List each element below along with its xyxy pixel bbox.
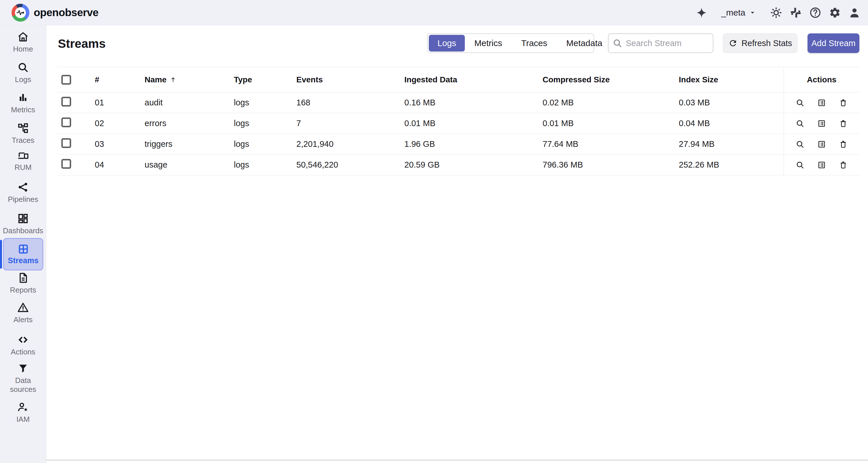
row-checkbox[interactable] <box>61 138 71 148</box>
sidebar-item-label: Dashboards <box>3 226 43 235</box>
sidebar-item-rum[interactable]: RUM <box>0 149 46 172</box>
sidebar-item-actions[interactable]: Actions <box>0 334 46 357</box>
stream-name: usage <box>145 160 234 169</box>
sidebar-item-alerts[interactable]: Alerts <box>0 302 46 324</box>
active-item-indicator <box>0 240 2 269</box>
settings-icon[interactable] <box>829 7 841 19</box>
delete-stream-icon[interactable] <box>839 161 847 169</box>
tab-traces[interactable]: Traces <box>512 35 557 52</box>
tab-metrics[interactable]: Metrics <box>465 35 512 52</box>
manage-accounts-icon <box>17 401 29 413</box>
warning-icon <box>17 302 29 313</box>
search-icon <box>613 38 622 48</box>
search-icon <box>17 62 29 73</box>
sidebar-item-label: Metrics <box>11 105 35 114</box>
filter-icon <box>17 363 29 374</box>
account-tree-icon <box>17 122 29 134</box>
sidebar-item-reports[interactable]: Reports <box>0 272 46 295</box>
explore-stream-icon[interactable] <box>796 98 804 107</box>
sidebar-item-label: Alerts <box>13 315 33 324</box>
delete-stream-icon[interactable] <box>839 119 847 128</box>
col-header-compressed[interactable]: Compressed Size <box>542 75 679 84</box>
light-mode-icon[interactable] <box>770 7 782 19</box>
col-header-ingested[interactable]: Ingested Data <box>404 75 542 84</box>
sidebar-item-metrics[interactable]: Metrics <box>0 92 46 114</box>
row-checkbox[interactable] <box>61 159 71 169</box>
sidebar-item-label: Streams <box>8 256 39 265</box>
tab-metadata[interactable]: Metadata <box>557 35 612 52</box>
bar-chart-icon <box>17 92 29 103</box>
col-header-name[interactable]: Name <box>145 75 234 84</box>
sidebar-item-dashboards[interactable]: Dashboards <box>0 213 46 235</box>
delete-stream-icon[interactable] <box>839 98 847 107</box>
profile-icon[interactable] <box>848 7 861 19</box>
organization-selector[interactable]: _meta <box>721 8 756 18</box>
sidebar-item-traces[interactable]: Traces <box>0 122 46 145</box>
stream-events: 2,201,940 <box>296 140 404 149</box>
sidebar-item-label: Pipelines <box>8 195 38 204</box>
sidebar: Home Logs Metrics Traces RUM <box>0 25 46 463</box>
stream-ingested: 0.16 MB <box>404 98 542 107</box>
streams-table: # Name Type Events Ingested Data Compres… <box>58 67 860 175</box>
stream-schema-icon[interactable] <box>817 140 826 149</box>
stream-type: logs <box>234 119 296 128</box>
stream-index-size: 0.04 MB <box>679 119 784 128</box>
col-header-type[interactable]: Type <box>234 75 296 84</box>
stream-schema-icon[interactable] <box>817 161 826 169</box>
explore-stream-icon[interactable] <box>796 119 804 128</box>
stream-name: triggers <box>145 140 234 149</box>
sidebar-item-iam[interactable]: IAM <box>0 401 46 424</box>
code-icon <box>17 334 29 345</box>
share-icon <box>17 181 29 193</box>
table-header-row: # Name Type Events Ingested Data Compres… <box>58 67 860 92</box>
stream-ingested: 1.96 GB <box>404 140 542 149</box>
explore-stream-icon[interactable] <box>796 161 804 169</box>
stream-schema-icon[interactable] <box>817 98 826 107</box>
search-stream-input[interactable] <box>626 38 709 48</box>
row-checkbox[interactable] <box>61 118 71 127</box>
ai-sparkle-icon[interactable] <box>695 7 708 19</box>
refresh-icon <box>728 38 738 48</box>
sidebar-item-pipelines[interactable]: Pipelines <box>0 181 46 204</box>
page-title: Streams <box>58 37 106 51</box>
app-window: openobserve _meta <box>0 0 868 463</box>
sort-asc-icon <box>169 76 177 84</box>
stream-schema-icon[interactable] <box>817 119 826 128</box>
add-stream-button[interactable]: Add Stream <box>808 33 859 53</box>
table-row: 02 errors logs 7 0.01 MB 0.01 MB 0.04 MB <box>58 113 860 134</box>
stream-index-size: 252.26 MB <box>679 160 784 169</box>
table-row: 04 usage logs 50,546,220 20.59 GB 796.36… <box>58 155 860 175</box>
tab-logs[interactable]: Logs <box>429 35 465 52</box>
col-header-num[interactable]: # <box>95 75 145 84</box>
sidebar-item-data-sources[interactable]: Data sources <box>0 363 46 394</box>
brand-logo[interactable]: openobserve <box>11 4 98 22</box>
row-checkbox[interactable] <box>61 97 71 106</box>
explore-stream-icon[interactable] <box>796 140 804 149</box>
refresh-stats-button[interactable]: Refresh Stats <box>723 33 798 53</box>
select-all-checkbox[interactable] <box>61 75 71 85</box>
stream-index-size: 27.94 MB <box>679 140 784 149</box>
stream-index-size: 0.03 MB <box>679 98 784 107</box>
sidebar-item-label: Reports <box>10 286 36 295</box>
stream-type-tabs: Logs Metrics Traces Metadata <box>427 33 594 53</box>
topbar-actions: _meta <box>695 7 861 19</box>
row-num: 01 <box>95 98 145 107</box>
openobserve-logo-icon <box>11 4 29 22</box>
main-content: Streams Logs Metrics Traces Metadata Ref… <box>46 25 868 463</box>
col-header-actions: Actions <box>784 75 860 84</box>
col-header-events[interactable]: Events <box>296 75 404 84</box>
help-icon[interactable] <box>809 7 822 19</box>
stream-ingested: 0.01 MB <box>404 119 542 128</box>
sidebar-item-label: RUM <box>14 163 31 172</box>
stream-ingested: 20.59 GB <box>404 160 542 169</box>
slack-icon[interactable] <box>790 7 802 19</box>
sidebar-item-home[interactable]: Home <box>0 31 46 54</box>
brand-name: openobserve <box>34 7 98 19</box>
col-header-index[interactable]: Index Size <box>679 75 784 84</box>
search-stream-box <box>608 33 713 53</box>
stream-name: errors <box>145 119 234 128</box>
sidebar-item-logs[interactable]: Logs <box>0 62 46 84</box>
row-num: 02 <box>95 119 145 128</box>
delete-stream-icon[interactable] <box>839 140 847 149</box>
sidebar-item-streams[interactable]: Streams <box>3 238 43 270</box>
